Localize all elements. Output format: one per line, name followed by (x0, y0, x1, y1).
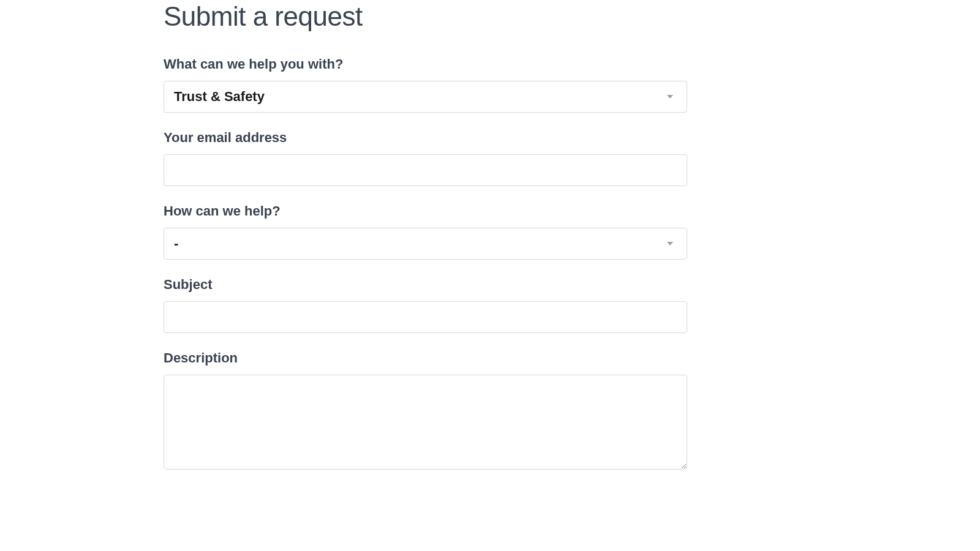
chevron-down-icon (667, 95, 673, 99)
page-title: Submit a request (164, 1, 687, 32)
help-with-select[interactable]: Trust & Safety (164, 81, 687, 113)
description-group: Description (164, 350, 687, 472)
subject-field[interactable] (164, 301, 687, 333)
chevron-down-icon (667, 242, 673, 246)
description-field[interactable] (164, 375, 687, 470)
email-field[interactable] (164, 154, 687, 186)
how-help-group: How can we help? - (164, 203, 687, 260)
email-group: Your email address (164, 130, 687, 186)
subject-label: Subject (164, 277, 687, 293)
help-with-label: What can we help you with? (164, 56, 687, 72)
how-help-select[interactable]: - (164, 228, 687, 260)
how-help-label: How can we help? (164, 203, 687, 219)
help-with-group: What can we help you with? Trust & Safet… (164, 56, 687, 113)
subject-group: Subject (164, 277, 687, 333)
email-label: Your email address (164, 130, 687, 146)
how-help-value: - (174, 236, 667, 252)
description-label: Description (164, 350, 687, 366)
help-with-value: Trust & Safety (174, 89, 667, 105)
